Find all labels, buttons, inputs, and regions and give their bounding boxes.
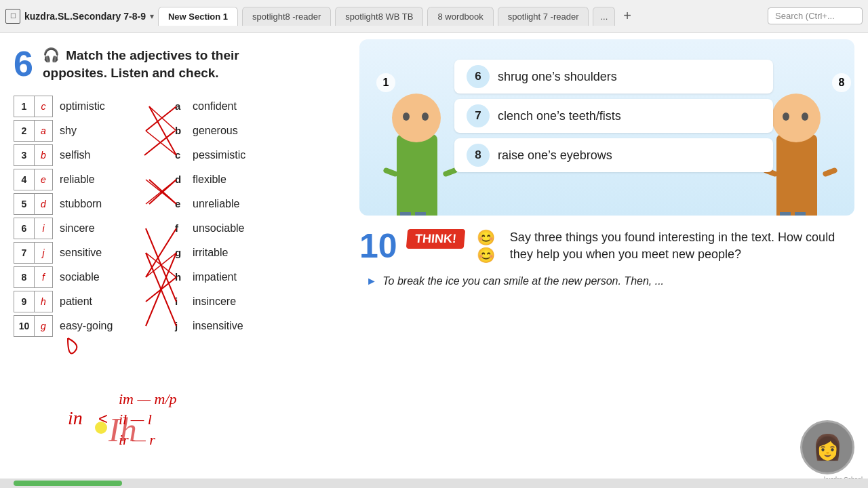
svg-line-1	[146, 106, 176, 131]
headphones-icon: 🎧	[43, 47, 60, 62]
avatar: 👩	[800, 420, 854, 474]
page-icon: ☐	[5, 9, 20, 24]
exercise10-header: 10 THINK! 😊😊 Say three things you found …	[359, 229, 854, 264]
character-tom: 8 Tom	[766, 66, 841, 216]
think-badge: THINK!	[406, 229, 465, 249]
exercise6-instruction: 🎧 Match the adjectives to their opposite…	[43, 46, 239, 82]
illustration-area: 1 Nick 8 T	[359, 39, 854, 216]
example-sentence: ► To break the ice you can smile at the …	[359, 274, 854, 289]
svg-line-11	[146, 228, 176, 277]
list-item: 8 f sociable	[14, 265, 134, 289]
list-item: 5 d stubborn	[14, 192, 134, 216]
svg-line-9	[146, 228, 176, 302]
tab-more[interactable]: ...	[593, 7, 615, 26]
tom-label: Tom	[813, 215, 841, 216]
list-item: 1 c optimistic	[14, 94, 134, 119]
svg-line-12	[146, 253, 176, 277]
list-item: b generous	[175, 119, 245, 143]
page-title: kuzdra.SL.Secondary 7-8-9	[24, 11, 146, 22]
list-item: 10 g easy-going	[14, 314, 134, 338]
svg-line-6	[149, 180, 176, 204]
bubble-7: 7 clench one’s teeth/fists	[454, 99, 773, 133]
svg-line-13	[146, 253, 176, 277]
svg-text:in: in	[68, 407, 83, 428]
svg-line-4	[144, 131, 175, 155]
exercise10-number: 10	[359, 229, 397, 263]
topbar-left: ☐ kuzdra.SL.Secondary 7-8-9 ▾	[5, 9, 154, 24]
tab-8-wordbook[interactable]: 8 wordbook	[427, 7, 493, 26]
svg-line-5	[149, 180, 176, 204]
tab-spotlight8-reader[interactable]: spotlight8 -reader	[242, 7, 331, 26]
tab-add[interactable]: +	[619, 8, 635, 24]
svg-line-0	[149, 106, 176, 155]
character-nick: 1 Nick	[387, 66, 461, 216]
progress-bar	[14, 481, 122, 486]
svg-line-14	[146, 277, 176, 302]
bubble-8: 8 raise one’s eyebrows	[454, 138, 773, 172]
right-panel: 1 Nick 8 T	[346, 33, 868, 488]
svg-line-7	[146, 180, 176, 204]
svg-text:Ih: Ih	[108, 411, 137, 449]
tab-new-section[interactable]: New Section 1	[158, 7, 238, 26]
svg-line-8	[146, 180, 176, 204]
left-panel: 6 🎧 Match the adjectives to their opposi…	[0, 33, 346, 488]
exercise10-text: Say three things you found interesting i…	[510, 229, 854, 263]
exercise6-number: 6	[14, 46, 33, 81]
svg-text:im — m/p: im — m/p	[119, 390, 177, 407]
ex6-instruction-text: 🎧 Match the adjectives to their opposite…	[43, 46, 239, 82]
list-item: h impatient	[175, 265, 245, 289]
list-item: 2 a shy	[14, 119, 134, 143]
tab-spotlight7-reader[interactable]: spotlight 7 -reader	[498, 7, 589, 26]
topbar: ☐ kuzdra.SL.Secondary 7-8-9 ▾ New Sectio…	[0, 0, 868, 33]
play-arrow: ►	[366, 275, 377, 287]
main-content: 6 🎧 Match the adjectives to their opposi…	[0, 33, 868, 488]
list-item: c pessimistic	[175, 143, 245, 167]
right-column: a confident b generous c pessimistic d f…	[175, 94, 245, 338]
bottom-bar	[0, 479, 868, 488]
left-column: 1 c optimistic 2 a shy 3 b selfish 4 e	[14, 94, 134, 338]
list-item: f unsociable	[175, 216, 245, 241]
handwriting-annotation: in < im — m/p il — l ir — r Ih	[68, 384, 251, 461]
list-item: g irritable	[175, 241, 245, 265]
exercise6-header: 6 🎧 Match the adjectives to their opposi…	[14, 46, 332, 82]
list-item: 6 i sincere	[14, 216, 134, 241]
list-item: i insincere	[175, 289, 245, 314]
yellow-dot	[95, 422, 107, 434]
emoji-faces: 😊😊	[477, 229, 499, 264]
list-item: a confident	[175, 94, 245, 119]
dropdown-arrow[interactable]: ▾	[150, 12, 154, 21]
search-input[interactable]: Search (Ctrl+...	[768, 7, 863, 24]
tab-spotlight8-wb[interactable]: spotlight8 WB TB	[335, 7, 423, 26]
list-item: 3 b selfish	[14, 143, 134, 167]
exercise10-content: THINK! 😊😊 Say three things you found int…	[407, 229, 854, 264]
list-item: 7 j sensitive	[14, 241, 134, 265]
handwriting-svg: in < im — m/p il — l ir — r Ih	[68, 384, 251, 458]
bubble-area: 6 shrug one’s shoulders 7 clench one’s t…	[454, 60, 773, 178]
nick-label: Nick	[393, 215, 422, 216]
svg-line-15	[146, 253, 176, 326]
bubble-6: 6 shrug one’s shoulders	[454, 60, 773, 94]
svg-line-2	[146, 131, 176, 155]
list-item: 4 e reliable	[14, 167, 134, 192]
list-item: d flexible	[175, 167, 245, 192]
svg-line-10	[146, 253, 176, 326]
list-item: 9 h patient	[14, 289, 134, 314]
list-item: e unreliable	[175, 192, 245, 216]
list-item: j insensitive	[175, 314, 245, 338]
svg-line-3	[149, 106, 176, 131]
